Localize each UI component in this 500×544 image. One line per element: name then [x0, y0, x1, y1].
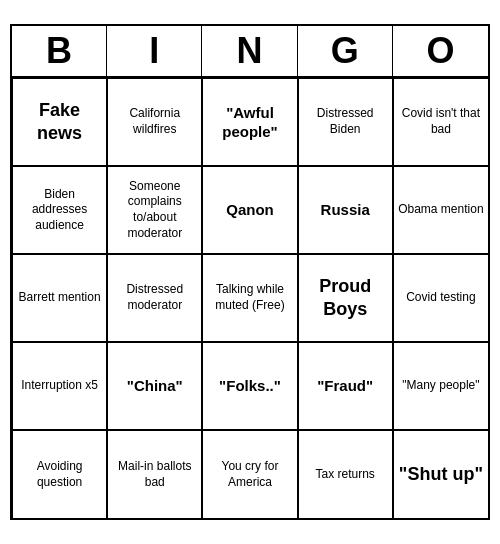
bingo-cell-4: Covid isn't that bad: [393, 78, 488, 166]
bingo-cell-9: Obama mention: [393, 166, 488, 254]
bingo-cell-13: Proud Boys: [298, 254, 393, 342]
bingo-card: BINGO Fake newsCalifornia wildfires"Awfu…: [10, 24, 490, 520]
bingo-cell-23: Tax returns: [298, 430, 393, 518]
bingo-cell-17: "Folks..": [202, 342, 297, 430]
bingo-letter-i: I: [107, 26, 202, 76]
bingo-cell-19: "Many people": [393, 342, 488, 430]
bingo-cell-3: Distressed Biden: [298, 78, 393, 166]
bingo-cell-21: Mail-in ballots bad: [107, 430, 202, 518]
bingo-cell-7: Qanon: [202, 166, 297, 254]
bingo-letter-b: B: [12, 26, 107, 76]
bingo-cell-16: "China": [107, 342, 202, 430]
bingo-grid: Fake newsCalifornia wildfires"Awful peop…: [12, 78, 488, 518]
bingo-cell-24: "Shut up": [393, 430, 488, 518]
bingo-cell-6: Someone complains to/about moderator: [107, 166, 202, 254]
bingo-letter-n: N: [202, 26, 297, 76]
bingo-cell-10: Barrett mention: [12, 254, 107, 342]
bingo-cell-11: Distressed moderator: [107, 254, 202, 342]
bingo-cell-18: "Fraud": [298, 342, 393, 430]
bingo-letter-o: O: [393, 26, 488, 76]
bingo-letter-g: G: [298, 26, 393, 76]
bingo-cell-12: Talking while muted (Free): [202, 254, 297, 342]
bingo-cell-0: Fake news: [12, 78, 107, 166]
bingo-cell-1: California wildfires: [107, 78, 202, 166]
bingo-cell-2: "Awful people": [202, 78, 297, 166]
bingo-header: BINGO: [12, 26, 488, 78]
bingo-cell-14: Covid testing: [393, 254, 488, 342]
bingo-cell-8: Russia: [298, 166, 393, 254]
bingo-cell-15: Interruption x5: [12, 342, 107, 430]
bingo-cell-22: You cry for America: [202, 430, 297, 518]
bingo-cell-5: Biden addresses audience: [12, 166, 107, 254]
bingo-cell-20: Avoiding question: [12, 430, 107, 518]
